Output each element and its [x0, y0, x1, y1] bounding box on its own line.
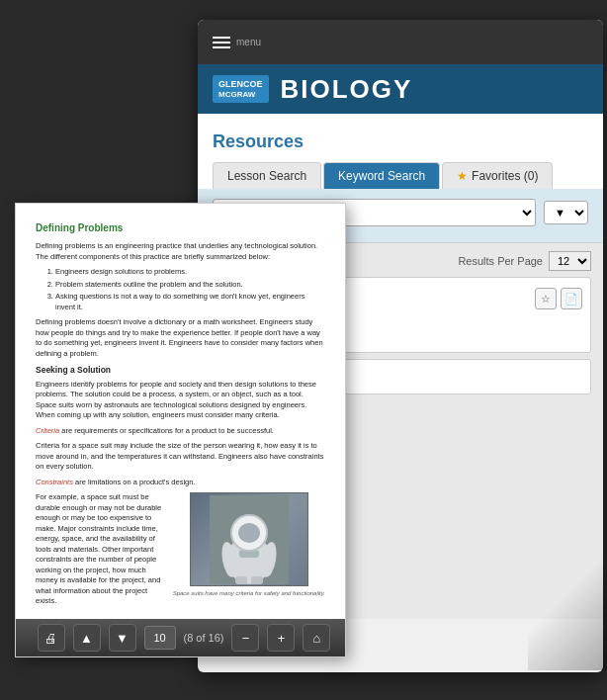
top-bar: menu [198, 20, 603, 64]
per-page-select[interactable]: 12 [549, 251, 591, 271]
book-section-title: Defining Problems [36, 221, 325, 235]
brand-bar: GLENCOE MCGRAW BIOLOGY [198, 64, 603, 114]
menu-label: menu [236, 37, 261, 47]
list-item: Engineers design solutions to problems. [55, 267, 325, 278]
secondary-dropdown[interactable]: ▼ [544, 201, 588, 224]
page-number-input[interactable] [144, 626, 176, 650]
brand-logo: GLENCOE MCGRAW [213, 75, 269, 103]
book-para-2: Defining problems doesn't involve a dict… [36, 317, 325, 359]
book-para-1: Defining problems is an engineering prac… [36, 241, 325, 262]
book-caption: Space suits have many criteria for safet… [173, 589, 325, 597]
book-constraints-intro: Criteria for a space suit may include th… [36, 441, 325, 473]
book-criteria: Criteria are requirements or specificati… [36, 426, 325, 437]
home-button[interactable]: ⌂ [303, 624, 330, 652]
book-image-row: For example, a space suit must be durabl… [36, 492, 325, 607]
zoom-out-button[interactable]: − [231, 624, 259, 652]
tab-bar: Lesson Search Keyword Search ★ Favorites… [213, 162, 588, 189]
print-button[interactable]: 🖨 [38, 624, 65, 652]
bookmark-btn-1[interactable]: ☆ [535, 288, 557, 309]
results-per-page: Results Per Page 12 [458, 251, 591, 271]
svg-rect-12 [251, 576, 263, 584]
bottom-toolbar: 🖨 ▲ ▼ (8 of 16) − + ⌂ [16, 619, 346, 656]
scroll-down-button[interactable]: ▼ [109, 624, 136, 652]
book-content: Defining Problems Defining problems is a… [16, 204, 345, 625]
list-item: Asking questions is not a way to do some… [55, 292, 325, 312]
document-btn-1[interactable]: 📄 [561, 288, 582, 309]
astronaut-bg [191, 493, 307, 585]
page-info: (8 of 16) [184, 632, 224, 644]
book-long-para: For example, a space suit must be durabl… [36, 492, 163, 607]
resources-title: Resources [213, 124, 588, 160]
astronaut-image [190, 492, 308, 586]
result-actions-1: ☆ 📄 [535, 288, 582, 309]
book-page: Defining Problems Defining problems is a… [15, 203, 346, 657]
scroll-up-button[interactable]: ▲ [73, 624, 101, 652]
tab-keyword-search[interactable]: Keyword Search [323, 162, 440, 189]
book-image-text: For example, a space suit must be durabl… [36, 492, 163, 607]
book-list: Engineers design solutions to problems. … [55, 267, 325, 312]
svg-point-8 [238, 523, 260, 543]
menu-button[interactable] [213, 37, 230, 48]
book-seeking-title: Seeking a Solution [36, 365, 325, 377]
tab-lesson-search[interactable]: Lesson Search [213, 162, 321, 189]
tab-favorites[interactable]: ★ Favorites (0) [442, 162, 553, 189]
book-constraints: Constraints are limitations on a product… [36, 478, 325, 488]
book-seeking-text: Engineers identify problems for people a… [36, 380, 325, 421]
zoom-in-button[interactable]: + [267, 624, 295, 652]
svg-rect-11 [235, 576, 247, 584]
shadow-effect [528, 552, 607, 670]
image-container: Space suits have many criteria for safet… [173, 492, 325, 607]
resources-panel: Resources Lesson Search Keyword Search ★… [198, 114, 603, 189]
star-icon: ★ [457, 169, 468, 183]
brand-title: BIOLOGY [281, 74, 413, 105]
list-item: Problem statements outline the problem a… [55, 280, 325, 291]
